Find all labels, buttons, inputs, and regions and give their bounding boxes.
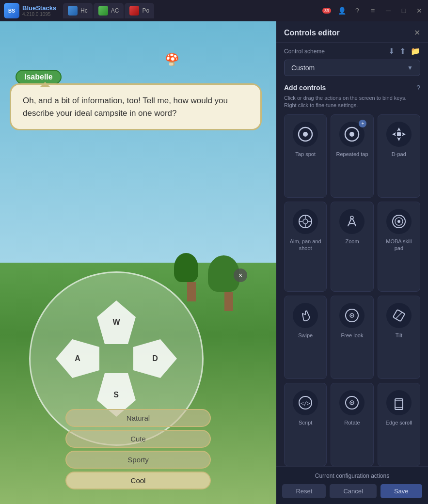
window-controls: 39 👤 ? ≡ ─ □ ✕ <box>322 7 424 15</box>
choice-area: Natural Cute Sporty Cool <box>65 409 211 489</box>
svg-point-10 <box>303 219 308 224</box>
control-dpad[interactable]: D-pad <box>378 114 420 198</box>
svg-marker-7 <box>402 132 406 136</box>
control-free-look[interactable]: Free look <box>331 296 373 379</box>
zoom-label: Zoom <box>345 238 359 245</box>
choice-cute[interactable]: Cute <box>65 430 211 448</box>
control-repeated-tap[interactable]: + Repeated tap <box>331 114 373 198</box>
minimize-button[interactable]: ─ <box>383 7 393 15</box>
menu-button[interactable]: ≡ <box>368 7 378 15</box>
repeated-tap-badge: + <box>359 120 366 127</box>
free-look-icon <box>339 303 365 328</box>
control-tap-spot[interactable]: Tap spot <box>284 114 327 198</box>
speech-text: Oh, and a bit of information, too! Tell … <box>23 94 249 119</box>
panel-header: Controls editor ✕ <box>276 21 428 43</box>
panel-footer: Current configuration actions Reset Canc… <box>276 466 428 504</box>
controls-grid: Tap spot + Repeated tap <box>276 114 428 466</box>
control-tilt[interactable]: Tilt <box>378 296 420 379</box>
svg-rect-8 <box>397 132 401 136</box>
swipe-icon <box>293 303 318 328</box>
moba-skill-pad-icon <box>386 209 412 234</box>
app-version: 4.210.0.1095 <box>22 12 56 17</box>
add-controls-header: Add controls ? <box>276 82 428 94</box>
rotate-label: Rotate <box>344 419 360 426</box>
maximize-button[interactable]: □ <box>399 7 409 15</box>
tab-acnh[interactable]: AC <box>94 3 124 18</box>
control-script[interactable]: </> Script <box>284 383 327 466</box>
folder-icon[interactable]: 📁 <box>411 47 420 56</box>
swipe-label: Swipe <box>298 332 313 339</box>
script-label: Script <box>299 419 312 426</box>
svg-point-18 <box>397 220 400 223</box>
dpad-label: D-pad <box>392 151 406 158</box>
svg-marker-4 <box>397 127 401 131</box>
download-icon[interactable]: ⬇ <box>388 47 395 56</box>
script-icon: </> <box>293 390 318 415</box>
control-aim-pan-shoot[interactable]: Aim, pan and shoot <box>284 202 327 292</box>
main-area: 🍄 Isabelle Oh, and a bit of information,… <box>0 21 428 504</box>
speech-bubble: Oh, and a bit of information, too! Tell … <box>10 83 262 130</box>
scheme-dropdown[interactable]: Custom ▼ <box>284 60 420 76</box>
reset-button[interactable]: Reset <box>282 484 326 498</box>
tab-home[interactable]: Hc <box>63 3 93 18</box>
toolbar-icons: ⬇ ⬆ 📁 <box>388 47 420 56</box>
tree-1 <box>184 253 198 301</box>
save-button[interactable]: Save <box>380 484 422 498</box>
svg-marker-5 <box>397 137 401 141</box>
svg-point-3 <box>349 132 354 137</box>
dpad-icon <box>386 122 412 147</box>
add-controls-description: Click or drag the actions on the screen … <box>276 94 428 114</box>
tab-acnh-label: AC <box>111 7 119 14</box>
controls-panel: Controls editor ✕ Control scheme ⬇ ⬆ 📁 C… <box>276 21 428 504</box>
profile-button[interactable]: 👤 <box>337 7 347 15</box>
aim-pan-shoot-label: Aim, pan and shoot <box>288 238 322 252</box>
decoration-mushrooms: 🍄 <box>165 53 179 66</box>
repeated-tap-label: Repeated tap <box>336 151 368 158</box>
tap-spot-icon <box>293 122 318 147</box>
svg-marker-6 <box>392 132 396 136</box>
app-name: BlueStacks <box>22 4 56 12</box>
choice-cool[interactable]: Cool <box>65 472 211 489</box>
footer-buttons: Reset Cancel Save <box>284 484 420 498</box>
upload-icon[interactable]: ⬆ <box>399 47 406 56</box>
tab-acnh-icon <box>98 6 108 16</box>
help-button[interactable]: ? <box>352 7 362 15</box>
dpad-down-label: S <box>114 391 119 399</box>
moba-skill-pad-label: MOBA skill pad <box>382 238 416 252</box>
dpad-right-key[interactable]: D <box>133 339 177 378</box>
close-overlay-icon: × <box>238 271 242 279</box>
help-icon[interactable]: ? <box>416 84 420 92</box>
free-look-label: Free look <box>341 332 364 339</box>
edge-scroll-icon <box>386 390 412 415</box>
tap-spot-label: Tap spot <box>295 151 316 158</box>
close-overlay-button[interactable]: × <box>234 268 247 282</box>
dpad-up-key[interactable]: W <box>97 300 136 344</box>
panel-toolbar: Control scheme ⬇ ⬆ 📁 <box>276 43 428 60</box>
aim-pan-shoot-icon <box>293 209 318 234</box>
dpad-left-label: A <box>75 354 80 363</box>
edge-scroll-label: Edge scroll <box>386 419 412 426</box>
control-zoom[interactable]: Zoom <box>331 202 373 292</box>
panel-close-button[interactable]: ✕ <box>414 28 420 37</box>
choice-sporty[interactable]: Sporty <box>65 451 211 469</box>
tab-poker[interactable]: Po <box>125 3 154 18</box>
tab-poker-icon <box>129 6 139 16</box>
control-edge-scroll[interactable]: Edge scroll <box>378 383 420 466</box>
svg-point-1 <box>303 132 308 137</box>
dpad-up-label: W <box>112 318 120 327</box>
close-button[interactable]: ✕ <box>414 7 424 15</box>
control-swipe[interactable]: Swipe <box>284 296 327 379</box>
footer-title: Current configuration actions <box>284 472 420 479</box>
tab-poker-label: Po <box>142 7 149 14</box>
tilt-icon <box>386 303 412 328</box>
notification-badge[interactable]: 39 <box>322 8 331 14</box>
logo-icon: BS <box>4 3 19 18</box>
scheme-value: Custom <box>291 64 315 72</box>
control-rotate[interactable]: Rotate <box>331 383 373 466</box>
title-bar: BS BlueStacks 4.210.0.1095 Hc AC Po 39 👤… <box>0 0 428 21</box>
cancel-button[interactable]: Cancel <box>330 484 376 498</box>
choice-natural[interactable]: Natural <box>65 409 211 427</box>
repeated-tap-icon-wrap: + <box>339 122 365 147</box>
control-moba-skill-pad[interactable]: MOBA skill pad <box>378 202 420 292</box>
dpad-left-key[interactable]: A <box>56 339 99 378</box>
